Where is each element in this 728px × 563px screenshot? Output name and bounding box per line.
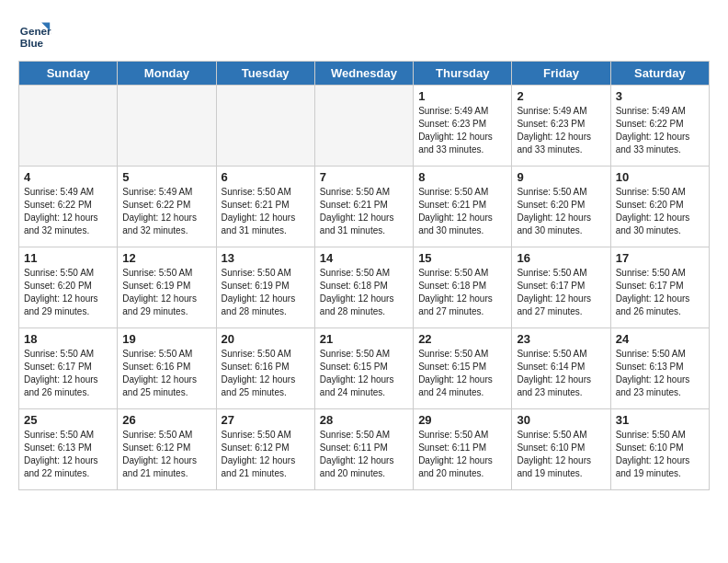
cell-info: Sunrise: 5:49 AM Sunset: 6:23 PM Dayligh… (418, 105, 506, 156)
calendar-cell: 6Sunrise: 5:50 AM Sunset: 6:21 PM Daylig… (216, 167, 314, 247)
day-number: 16 (517, 251, 605, 265)
calendar-cell: 8Sunrise: 5:50 AM Sunset: 6:21 PM Daylig… (414, 167, 512, 247)
day-number: 20 (222, 332, 310, 346)
cell-info: Sunrise: 5:49 AM Sunset: 6:22 PM Dayligh… (122, 186, 210, 237)
calendar-cell (314, 86, 413, 167)
cell-info: Sunrise: 5:50 AM Sunset: 6:14 PM Dayligh… (517, 348, 605, 399)
calendar-cell: 24Sunrise: 5:50 AM Sunset: 6:13 PM Dayli… (610, 328, 709, 409)
cell-info: Sunrise: 5:50 AM Sunset: 6:16 PM Dayligh… (122, 348, 210, 399)
day-number: 7 (320, 170, 408, 184)
cell-info: Sunrise: 5:50 AM Sunset: 6:18 PM Dayligh… (418, 267, 506, 318)
cell-info: Sunrise: 5:50 AM Sunset: 6:12 PM Dayligh… (122, 429, 210, 480)
calendar-cell (19, 86, 118, 167)
cell-info: Sunrise: 5:49 AM Sunset: 6:22 PM Dayligh… (616, 105, 704, 156)
calendar-cell: 12Sunrise: 5:50 AM Sunset: 6:19 PM Dayli… (118, 247, 216, 328)
calendar-cell: 22Sunrise: 5:50 AM Sunset: 6:15 PM Dayli… (414, 328, 512, 409)
cell-info: Sunrise: 5:50 AM Sunset: 6:12 PM Dayligh… (222, 429, 310, 480)
cell-info: Sunrise: 5:50 AM Sunset: 6:19 PM Dayligh… (122, 267, 210, 318)
calendar-cell: 3Sunrise: 5:49 AM Sunset: 6:22 PM Daylig… (610, 86, 709, 167)
day-number: 26 (122, 413, 210, 427)
cell-info: Sunrise: 5:50 AM Sunset: 6:21 PM Dayligh… (418, 186, 506, 237)
day-number: 21 (320, 332, 408, 346)
day-number: 23 (517, 332, 605, 346)
cell-info: Sunrise: 5:50 AM Sunset: 6:21 PM Dayligh… (222, 186, 310, 237)
day-number: 15 (418, 251, 506, 265)
day-number: 17 (616, 251, 704, 265)
day-number: 4 (24, 170, 112, 184)
day-number: 14 (320, 251, 408, 265)
cell-info: Sunrise: 5:50 AM Sunset: 6:13 PM Dayligh… (616, 348, 704, 399)
calendar-cell: 16Sunrise: 5:50 AM Sunset: 6:17 PM Dayli… (512, 247, 610, 328)
day-number: 19 (122, 332, 210, 346)
cell-info: Sunrise: 5:50 AM Sunset: 6:21 PM Dayligh… (320, 186, 408, 237)
cell-info: Sunrise: 5:49 AM Sunset: 6:23 PM Dayligh… (517, 105, 605, 156)
day-of-week-header: Friday (512, 62, 610, 86)
calendar-cell: 19Sunrise: 5:50 AM Sunset: 6:16 PM Dayli… (118, 328, 216, 409)
day-number: 22 (418, 332, 506, 346)
calendar-table: SundayMondayTuesdayWednesdayThursdayFrid… (18, 61, 710, 490)
cell-info: Sunrise: 5:50 AM Sunset: 6:17 PM Dayligh… (616, 267, 704, 318)
cell-info: Sunrise: 5:50 AM Sunset: 6:10 PM Dayligh… (616, 429, 704, 480)
calendar-cell: 2Sunrise: 5:49 AM Sunset: 6:23 PM Daylig… (512, 86, 610, 167)
day-of-week-header: Monday (118, 62, 216, 86)
cell-info: Sunrise: 5:49 AM Sunset: 6:22 PM Dayligh… (24, 186, 112, 237)
calendar-cell: 13Sunrise: 5:50 AM Sunset: 6:19 PM Dayli… (216, 247, 314, 328)
calendar-cell (216, 86, 314, 167)
calendar-cell: 9Sunrise: 5:50 AM Sunset: 6:20 PM Daylig… (512, 167, 610, 247)
calendar-cell: 26Sunrise: 5:50 AM Sunset: 6:12 PM Dayli… (118, 409, 216, 490)
day-number: 11 (24, 251, 112, 265)
calendar-cell (118, 86, 216, 167)
cell-info: Sunrise: 5:50 AM Sunset: 6:20 PM Dayligh… (517, 186, 605, 237)
day-number: 2 (517, 89, 605, 103)
cell-info: Sunrise: 5:50 AM Sunset: 6:13 PM Dayligh… (24, 429, 112, 480)
logo-icon: General Blue (18, 18, 51, 52)
calendar-cell: 27Sunrise: 5:50 AM Sunset: 6:12 PM Dayli… (216, 409, 314, 490)
day-number: 27 (222, 413, 310, 427)
cell-info: Sunrise: 5:50 AM Sunset: 6:15 PM Dayligh… (418, 348, 506, 399)
day-number: 29 (418, 413, 506, 427)
day-number: 24 (616, 332, 704, 346)
cell-info: Sunrise: 5:50 AM Sunset: 6:10 PM Dayligh… (517, 429, 605, 480)
day-number: 10 (616, 170, 704, 184)
header: General Blue (18, 18, 710, 52)
cell-info: Sunrise: 5:50 AM Sunset: 6:15 PM Dayligh… (320, 348, 408, 399)
day-number: 25 (24, 413, 112, 427)
calendar-cell: 18Sunrise: 5:50 AM Sunset: 6:17 PM Dayli… (19, 328, 118, 409)
calendar-cell: 10Sunrise: 5:50 AM Sunset: 6:20 PM Dayli… (610, 167, 709, 247)
day-of-week-header: Tuesday (216, 62, 314, 86)
calendar-cell: 20Sunrise: 5:50 AM Sunset: 6:16 PM Dayli… (216, 328, 314, 409)
cell-info: Sunrise: 5:50 AM Sunset: 6:11 PM Dayligh… (320, 429, 408, 480)
calendar-cell: 28Sunrise: 5:50 AM Sunset: 6:11 PM Dayli… (314, 409, 413, 490)
calendar-cell: 31Sunrise: 5:50 AM Sunset: 6:10 PM Dayli… (610, 409, 709, 490)
day-number: 9 (517, 170, 605, 184)
cell-info: Sunrise: 5:50 AM Sunset: 6:20 PM Dayligh… (616, 186, 704, 237)
day-number: 13 (222, 251, 310, 265)
calendar-cell: 5Sunrise: 5:49 AM Sunset: 6:22 PM Daylig… (118, 167, 216, 247)
cell-info: Sunrise: 5:50 AM Sunset: 6:11 PM Dayligh… (418, 429, 506, 480)
day-number: 1 (418, 89, 506, 103)
calendar-cell: 15Sunrise: 5:50 AM Sunset: 6:18 PM Dayli… (414, 247, 512, 328)
cell-info: Sunrise: 5:50 AM Sunset: 6:17 PM Dayligh… (517, 267, 605, 318)
day-of-week-header: Wednesday (314, 62, 413, 86)
calendar-cell: 17Sunrise: 5:50 AM Sunset: 6:17 PM Dayli… (610, 247, 709, 328)
day-number: 5 (122, 170, 210, 184)
calendar-cell: 29Sunrise: 5:50 AM Sunset: 6:11 PM Dayli… (414, 409, 512, 490)
day-of-week-header: Saturday (610, 62, 709, 86)
calendar-cell: 23Sunrise: 5:50 AM Sunset: 6:14 PM Dayli… (512, 328, 610, 409)
calendar-cell: 14Sunrise: 5:50 AM Sunset: 6:18 PM Dayli… (314, 247, 413, 328)
day-number: 30 (517, 413, 605, 427)
cell-info: Sunrise: 5:50 AM Sunset: 6:16 PM Dayligh… (222, 348, 310, 399)
day-of-week-header: Sunday (19, 62, 118, 86)
cell-info: Sunrise: 5:50 AM Sunset: 6:17 PM Dayligh… (24, 348, 112, 399)
logo: General Blue (18, 18, 51, 52)
calendar-cell: 4Sunrise: 5:49 AM Sunset: 6:22 PM Daylig… (19, 167, 118, 247)
svg-text:Blue: Blue (20, 37, 44, 49)
day-number: 6 (222, 170, 310, 184)
day-number: 12 (122, 251, 210, 265)
calendar-cell: 7Sunrise: 5:50 AM Sunset: 6:21 PM Daylig… (314, 167, 413, 247)
calendar-cell: 11Sunrise: 5:50 AM Sunset: 6:20 PM Dayli… (19, 247, 118, 328)
day-number: 3 (616, 89, 704, 103)
day-number: 8 (418, 170, 506, 184)
calendar-cell: 21Sunrise: 5:50 AM Sunset: 6:15 PM Dayli… (314, 328, 413, 409)
calendar-cell: 30Sunrise: 5:50 AM Sunset: 6:10 PM Dayli… (512, 409, 610, 490)
